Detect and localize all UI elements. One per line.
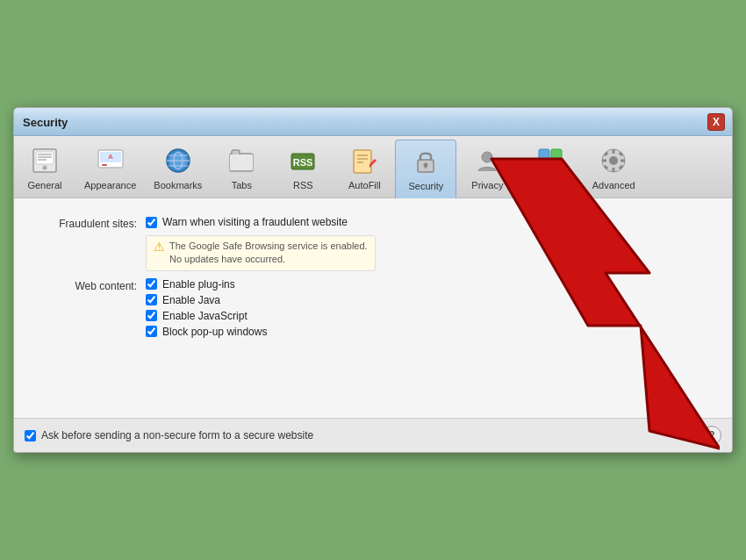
svg-rect-27 xyxy=(425,165,427,169)
advanced-icon xyxy=(598,145,629,176)
svg-rect-29 xyxy=(539,149,549,160)
block-popups-text: Block pop-up windows xyxy=(162,326,267,338)
tab-autofill[interactable]: AutoFill xyxy=(334,140,395,197)
svg-point-28 xyxy=(482,152,492,162)
security-icon xyxy=(410,146,441,177)
svg-rect-37 xyxy=(602,160,606,162)
tab-extensions-label: Extensions xyxy=(527,180,574,190)
enable-javascript-row: Enable JavaScript xyxy=(146,310,267,322)
warn-fraudulent-text: Warn when visiting a fraudulent website xyxy=(162,216,348,228)
svg-rect-1 xyxy=(36,152,54,164)
web-content-row: Web content: Enable plug-ins Enable Java… xyxy=(40,278,706,338)
window-title: Security xyxy=(23,116,68,129)
tab-general[interactable]: General xyxy=(14,140,75,197)
help-button[interactable]: ? xyxy=(702,426,721,445)
enable-javascript-text: Enable JavaScript xyxy=(162,310,247,322)
enable-plugins-checkbox[interactable] xyxy=(146,278,157,290)
tab-autofill-label: AutoFill xyxy=(348,180,381,190)
tab-advanced-label: Advanced xyxy=(592,180,635,190)
rss-icon: RSS xyxy=(287,145,319,176)
web-content-checkboxes: Enable plug-ins Enable Java Enable JavaS… xyxy=(146,278,267,338)
enable-plugins-text: Enable plug-ins xyxy=(162,278,235,291)
tab-tabs-label: Tabs xyxy=(232,180,252,190)
tab-extensions[interactable]: Extensions xyxy=(518,140,583,197)
warning-box: ⚠ The Google Safe Browsing service is en… xyxy=(146,235,376,271)
toolbar: General A Appearance xyxy=(14,136,732,198)
svg-point-34 xyxy=(609,156,618,165)
tab-rss[interactable]: RSS RSS xyxy=(272,140,334,197)
svg-rect-35 xyxy=(613,149,615,154)
tab-general-label: General xyxy=(27,180,61,190)
enable-javascript-checkbox[interactable] xyxy=(146,310,157,321)
tab-rss-label: RSS xyxy=(293,180,313,190)
svg-rect-32 xyxy=(551,162,562,172)
warn-fraudulent-checkbox[interactable] xyxy=(146,217,157,228)
warning-line2: No updates have occurred. xyxy=(169,253,368,266)
autofill-icon xyxy=(348,145,380,176)
svg-rect-38 xyxy=(620,160,625,162)
tab-privacy[interactable]: Privacy xyxy=(456,140,518,197)
block-popups-checkbox[interactable] xyxy=(146,326,157,337)
svg-rect-31 xyxy=(539,162,549,172)
tab-tabs[interactable]: Tabs xyxy=(211,140,272,197)
tab-appearance[interactable]: A Appearance xyxy=(75,140,145,197)
warning-text-content: The Google Safe Browsing service is enab… xyxy=(169,240,368,267)
content-area: Fraudulent sites: Warn when visiting a f… xyxy=(14,198,732,418)
tab-privacy-label: Privacy xyxy=(471,180,503,190)
enable-java-row: Enable Java xyxy=(146,294,267,306)
tab-advanced[interactable]: Advanced xyxy=(583,140,644,197)
close-button[interactable]: X xyxy=(707,113,725,131)
web-content-label: Web content: xyxy=(40,278,146,292)
svg-text:RSS: RSS xyxy=(293,157,313,168)
privacy-icon xyxy=(471,145,503,176)
fraudulent-sites-row: Fraudulent sites: Warn when visiting a f… xyxy=(40,216,706,271)
fraudulent-content: Warn when visiting a fraudulent website … xyxy=(146,216,376,271)
svg-rect-30 xyxy=(551,149,562,160)
non-secure-form-row: Ask before sending a non-secure form to … xyxy=(25,429,313,442)
block-popups-row: Block pop-up windows xyxy=(146,326,267,338)
warning-triangle-icon: ⚠ xyxy=(154,240,165,254)
bookmarks-icon xyxy=(162,145,194,176)
extensions-icon xyxy=(534,145,566,176)
svg-rect-9 xyxy=(102,164,107,166)
general-icon xyxy=(29,145,61,176)
enable-java-text: Enable Java xyxy=(162,294,220,306)
enable-plugins-row: Enable plug-ins xyxy=(146,278,267,291)
settings-window: Security X General xyxy=(13,107,733,453)
tab-bookmarks[interactable]: Bookmarks xyxy=(145,140,211,197)
appearance-icon: A xyxy=(95,145,126,176)
non-secure-form-checkbox[interactable] xyxy=(25,430,36,442)
enable-java-checkbox[interactable] xyxy=(146,294,157,305)
tab-bookmarks-label: Bookmarks xyxy=(154,180,202,190)
svg-text:A: A xyxy=(108,153,113,161)
bottom-bar: Ask before sending a non-secure form to … xyxy=(14,418,732,452)
tab-security-label: Security xyxy=(408,181,443,191)
svg-rect-18 xyxy=(230,154,253,170)
tab-security[interactable]: Security xyxy=(395,140,456,198)
warning-line1: The Google Safe Browsing service is enab… xyxy=(169,240,368,253)
fraudulent-label: Fraudulent sites: xyxy=(40,216,146,230)
warn-fraudulent-row: Warn when visiting a fraudulent website xyxy=(146,216,376,228)
tab-appearance-label: Appearance xyxy=(84,180,136,190)
title-bar: Security X xyxy=(14,108,732,136)
non-secure-form-text: Ask before sending a non-secure form to … xyxy=(41,429,313,442)
svg-rect-21 xyxy=(354,150,371,173)
svg-rect-36 xyxy=(613,168,615,172)
tabs-icon xyxy=(226,145,257,176)
svg-point-2 xyxy=(43,166,47,170)
